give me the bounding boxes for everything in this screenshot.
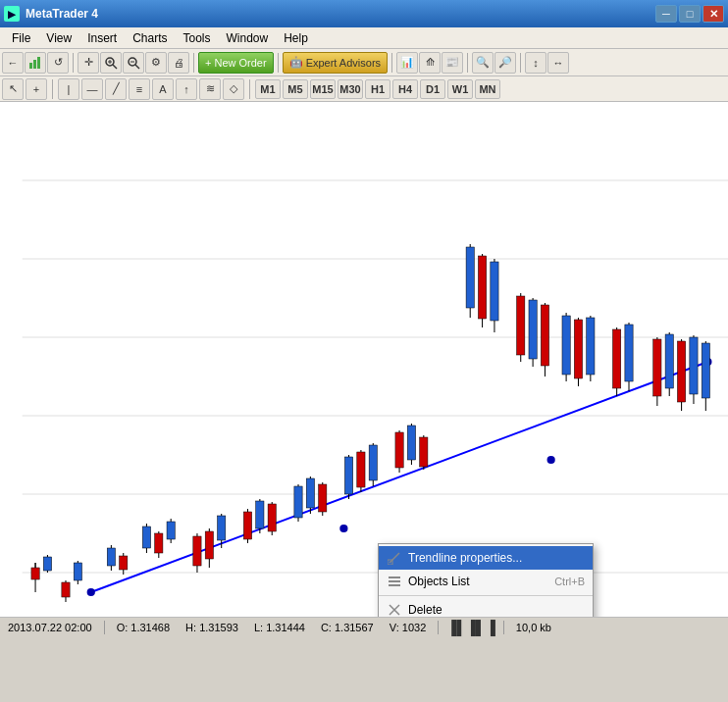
period-h1[interactable]: H1 xyxy=(365,79,390,99)
sep7 xyxy=(52,79,53,99)
draw-channels[interactable]: ≡ xyxy=(129,78,150,100)
period-m5[interactable]: M5 xyxy=(283,79,308,99)
toolbar-trade[interactable]: ⟰ xyxy=(419,52,441,74)
menu-insert[interactable]: Insert xyxy=(79,27,125,48)
period-m1[interactable]: M1 xyxy=(255,79,281,99)
period-mn[interactable]: MN xyxy=(475,79,500,99)
toolbar-zoom-chart-out[interactable]: 🔎 xyxy=(494,52,516,74)
svg-rect-0 xyxy=(29,63,32,69)
svg-rect-73 xyxy=(517,296,525,355)
svg-rect-77 xyxy=(541,305,548,366)
svg-rect-45 xyxy=(256,501,264,528)
menu-charts[interactable]: Charts xyxy=(125,27,175,48)
expert-label: Expert Advisors xyxy=(306,57,381,69)
toolbar-extra1[interactable]: ↕ xyxy=(525,52,546,74)
draw-trendline[interactable]: ╱ xyxy=(105,78,127,100)
main-layout: ▶ MetaTrader 4 ─ □ ✕ File View Insert Ch… xyxy=(0,0,728,702)
app-title: MetaTrader 4 xyxy=(26,7,98,21)
toolbar-arrow-btn[interactable]: ← xyxy=(2,52,24,74)
draw-cursor[interactable]: ↖ xyxy=(2,78,24,100)
toolbar-extra2[interactable]: ↔ xyxy=(547,52,569,74)
ctx-sep1 xyxy=(379,595,593,596)
menu-help[interactable]: Help xyxy=(276,27,316,48)
svg-rect-95 xyxy=(690,337,698,394)
period-w1[interactable]: W1 xyxy=(447,79,473,99)
status-high: H: 1.31593 xyxy=(182,622,242,633)
svg-rect-53 xyxy=(319,484,327,512)
draw-arrows[interactable]: ↑ xyxy=(176,78,197,100)
minimize-button[interactable]: ─ xyxy=(655,5,677,23)
toolbar-zoom-in[interactable] xyxy=(100,52,122,74)
new-order-icon: + xyxy=(205,57,211,69)
menu-tools[interactable]: Tools xyxy=(176,27,219,48)
new-order-button[interactable]: + New Order xyxy=(198,52,274,74)
svg-line-98 xyxy=(390,553,399,563)
status-sep3 xyxy=(503,621,504,634)
secondary-toolbar: ↖ + | — ╱ ≡ A ↑ ≋ ◇ M1 M5 M15 M30 H1 H4 … xyxy=(0,76,728,102)
menu-view[interactable]: View xyxy=(38,27,79,48)
draw-fibonacci[interactable]: ≋ xyxy=(199,78,221,100)
sep2 xyxy=(193,53,194,73)
ctx-delete-label: Delete xyxy=(408,603,442,617)
toolbar-news[interactable]: 📰 xyxy=(442,52,463,74)
status-close: C: 1.31567 xyxy=(317,622,378,633)
toolbar-properties[interactable]: ⚙ xyxy=(145,52,167,74)
draw-gann[interactable]: ◇ xyxy=(223,78,244,100)
period-m15[interactable]: M15 xyxy=(310,79,336,99)
svg-rect-39 xyxy=(205,531,213,559)
chart-container[interactable]: Trendline properties... Objects List Ctr… xyxy=(0,102,728,617)
svg-rect-102 xyxy=(389,584,400,586)
draw-vertical-line[interactable]: | xyxy=(58,78,79,100)
svg-rect-57 xyxy=(357,452,365,487)
objects-list-icon xyxy=(387,574,402,589)
draw-crosshair[interactable]: + xyxy=(26,78,47,100)
maximize-button[interactable]: □ xyxy=(679,5,701,23)
ctx-delete[interactable]: Delete xyxy=(379,598,593,617)
svg-rect-41 xyxy=(218,516,226,540)
status-volume: V: 1032 xyxy=(386,622,431,633)
menu-file[interactable]: File xyxy=(4,27,38,48)
svg-rect-87 xyxy=(625,325,633,381)
app-icon: ▶ xyxy=(4,6,20,22)
period-m30[interactable]: M30 xyxy=(338,79,363,99)
toolbar-zoom-chart-in[interactable]: 🔍 xyxy=(472,52,494,74)
ctx-objects-list[interactable]: Objects List Ctrl+B xyxy=(379,570,593,593)
trendline-dot-mid1[interactable] xyxy=(339,525,347,532)
status-sep1 xyxy=(104,621,105,634)
toolbar-chart-btn[interactable] xyxy=(25,52,46,74)
expert-advisors-button[interactable]: 🤖 Expert Advisors xyxy=(283,52,388,74)
draw-horizontal-line[interactable]: — xyxy=(81,78,103,100)
status-low: L: 1.31444 xyxy=(250,622,309,633)
svg-line-4 xyxy=(113,65,117,69)
svg-rect-31 xyxy=(142,526,150,548)
toolbar-history[interactable]: 📊 xyxy=(396,52,418,74)
ctx-objects-list-label: Objects List xyxy=(408,575,470,588)
period-d1[interactable]: D1 xyxy=(420,79,445,99)
svg-rect-49 xyxy=(294,486,302,518)
trendline-dot-mid2[interactable] xyxy=(547,456,555,464)
svg-rect-21 xyxy=(43,557,51,571)
svg-rect-81 xyxy=(574,320,582,378)
menu-bar: File View Insert Charts Tools Window Hel… xyxy=(0,27,728,49)
svg-rect-19 xyxy=(31,568,39,579)
toolbar-refresh-btn[interactable]: ↺ xyxy=(47,52,69,74)
status-date: 2013.07.22 02:00 xyxy=(4,622,96,633)
delete-icon xyxy=(387,602,402,617)
toolbar-print[interactable]: 🖨 xyxy=(168,52,189,74)
period-h4[interactable]: H4 xyxy=(392,79,418,99)
toolbar-zoom-out[interactable] xyxy=(123,52,144,74)
new-order-label: New Order xyxy=(214,57,266,69)
content-area: Trendline properties... Objects List Ctr… xyxy=(0,102,728,702)
toolbar-crosshair[interactable]: ✛ xyxy=(78,52,99,74)
trendline-dot-start[interactable] xyxy=(87,588,95,596)
svg-rect-91 xyxy=(665,334,673,388)
draw-text[interactable]: A xyxy=(152,78,174,100)
main-toolbar: ← ↺ ✛ ⚙ 🖨 + New Order 🤖 Expert Advisors … xyxy=(0,49,728,76)
close-button[interactable]: ✕ xyxy=(702,5,724,23)
svg-rect-69 xyxy=(478,256,486,319)
menu-window[interactable]: Window xyxy=(219,27,277,48)
ctx-trendline-properties[interactable]: Trendline properties... xyxy=(379,546,593,570)
svg-rect-55 xyxy=(344,457,352,494)
status-sep2 xyxy=(438,621,439,634)
svg-rect-100 xyxy=(389,577,400,578)
